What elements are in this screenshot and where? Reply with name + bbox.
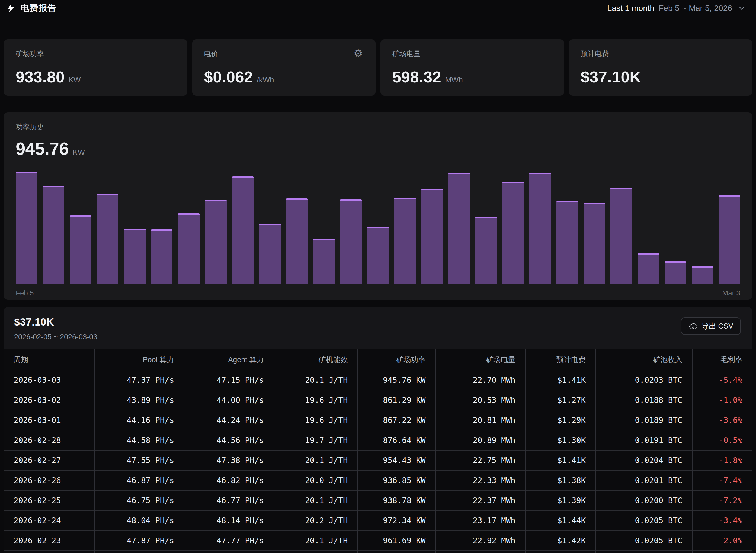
column-header: 毛利率 bbox=[692, 349, 752, 370]
stat-label: 电价 bbox=[204, 49, 364, 59]
power-bar[interactable] bbox=[367, 227, 389, 284]
value-cell bbox=[184, 551, 274, 553]
power-bar[interactable] bbox=[394, 198, 416, 284]
power-bar[interactable] bbox=[16, 172, 37, 284]
power-bar[interactable] bbox=[43, 186, 65, 284]
period-cell: 2026-02-28 bbox=[4, 430, 94, 450]
power-bar[interactable] bbox=[97, 194, 119, 284]
stat-label: 矿场功率 bbox=[16, 49, 175, 59]
column-header: 矿场电量 bbox=[436, 349, 525, 370]
power-history-bars bbox=[16, 168, 740, 284]
value-cell: 876.64 KW bbox=[358, 430, 436, 450]
value-cell: 0.0191 BTC bbox=[596, 430, 692, 450]
value-cell: 972.34 KW bbox=[358, 510, 436, 531]
value-cell: 867.22 KW bbox=[358, 410, 436, 430]
period-cell: 2026-03-03 bbox=[4, 370, 94, 390]
value-cell: 44.00 PH/s bbox=[184, 390, 274, 410]
value-cell: $1.41K bbox=[526, 370, 596, 390]
power-bar[interactable] bbox=[584, 203, 605, 284]
period-cell: 2026-02-24 bbox=[4, 510, 94, 531]
table-row: 2026-02-2546.75 PH/s46.77 PH/s20.1 J/TH9… bbox=[4, 490, 752, 510]
value-cell: 20.53 MWh bbox=[436, 390, 525, 410]
value-cell: 20.1 J/TH bbox=[274, 450, 358, 470]
value-cell: 0.0205 BTC bbox=[596, 510, 692, 531]
value-cell: 19.7 J/TH bbox=[274, 430, 358, 450]
stat-card-estimated-cost: 预计电费 $37.10K bbox=[569, 39, 752, 96]
value-cell: -7.4% bbox=[692, 470, 752, 490]
column-header: 周期 bbox=[4, 349, 94, 370]
price-settings-button[interactable]: ⚙ bbox=[352, 47, 365, 60]
value-cell: 961.69 KW bbox=[358, 531, 436, 551]
value-cell: 0.0188 BTC bbox=[596, 390, 692, 410]
stat-label: 矿场电量 bbox=[392, 49, 552, 59]
value-cell: 0.0201 BTC bbox=[596, 470, 692, 490]
power-bar[interactable] bbox=[692, 266, 713, 284]
power-bar[interactable] bbox=[205, 200, 227, 284]
value-cell: -0.5% bbox=[692, 430, 752, 450]
billing-table-card: $37.10K 2026-02-05 ~ 2026-03-03 导出 CSV 周… bbox=[4, 307, 752, 553]
value-cell: 47.38 PH/s bbox=[184, 450, 274, 470]
table-row-clipped bbox=[4, 551, 752, 553]
power-bar[interactable] bbox=[422, 189, 443, 284]
period-cell: 2026-03-02 bbox=[4, 390, 94, 410]
column-header: 矿池收入 bbox=[596, 349, 692, 370]
power-bar[interactable] bbox=[448, 173, 470, 284]
value-cell: $1.44K bbox=[526, 510, 596, 531]
power-bar[interactable] bbox=[475, 217, 497, 284]
date-range-picker[interactable]: Last 1 month Feb 5 ~ Mar 5, 2026 bbox=[607, 4, 745, 13]
value-cell bbox=[4, 551, 94, 553]
power-bar[interactable] bbox=[610, 188, 632, 284]
power-bar[interactable] bbox=[259, 224, 281, 284]
power-bar[interactable] bbox=[178, 213, 200, 284]
value-cell: 0.0203 BTC bbox=[596, 370, 692, 390]
stat-unit: /kWh bbox=[257, 76, 274, 84]
value-cell: 47.77 PH/s bbox=[184, 531, 274, 551]
table-period: 2026-02-05 ~ 2026-03-03 bbox=[14, 333, 742, 341]
value-cell: 46.87 PH/s bbox=[94, 470, 184, 490]
value-cell: 861.29 KW bbox=[358, 390, 436, 410]
value-cell bbox=[274, 551, 358, 553]
power-bar[interactable] bbox=[70, 215, 91, 284]
chart-title: 功率历史 bbox=[16, 122, 740, 132]
value-cell: 0.0189 BTC bbox=[596, 410, 692, 430]
power-bar[interactable] bbox=[340, 199, 362, 284]
power-history-card: 功率历史 945.76 KW Feb 5 Mar 3 bbox=[4, 112, 752, 300]
value-cell bbox=[94, 551, 184, 553]
period-cell: 2026-02-26 bbox=[4, 470, 94, 490]
value-cell: 44.58 PH/s bbox=[94, 430, 184, 450]
table-body: 2026-03-0347.37 PH/s47.15 PH/s20.1 J/TH9… bbox=[4, 370, 752, 553]
value-cell: 46.82 PH/s bbox=[184, 470, 274, 490]
stat-card-farm-energy: 矿场电量 598.32 MWh bbox=[380, 39, 564, 96]
value-cell bbox=[526, 551, 596, 553]
stat-value: $37.10K bbox=[581, 68, 641, 86]
value-cell: 19.6 J/TH bbox=[274, 390, 358, 410]
value-cell bbox=[358, 551, 436, 553]
power-bar[interactable] bbox=[529, 173, 551, 284]
export-csv-button[interactable]: 导出 CSV bbox=[681, 317, 741, 335]
power-bar[interactable] bbox=[719, 195, 740, 284]
period-cell: 2026-03-01 bbox=[4, 410, 94, 430]
power-bar[interactable] bbox=[665, 261, 686, 284]
power-bar[interactable] bbox=[313, 239, 335, 284]
power-bar[interactable] bbox=[503, 182, 524, 284]
power-bar[interactable] bbox=[286, 199, 308, 284]
cloud-download-icon bbox=[688, 321, 698, 331]
stat-value: $0.062 bbox=[204, 68, 253, 86]
period-cell: 2026-02-25 bbox=[4, 490, 94, 510]
stat-card-farm-power: 矿场功率 933.80 KW bbox=[4, 39, 187, 96]
power-bar[interactable] bbox=[232, 176, 254, 284]
value-cell: 22.92 MWh bbox=[436, 531, 525, 551]
power-bar[interactable] bbox=[556, 201, 578, 284]
value-cell: 22.33 MWh bbox=[436, 470, 525, 490]
value-cell: 0.0204 BTC bbox=[596, 450, 692, 470]
app-header: 电费报告 Last 1 month Feb 5 ~ Mar 5, 2026 bbox=[0, 0, 756, 16]
power-bar[interactable] bbox=[151, 229, 173, 284]
value-cell: 44.56 PH/s bbox=[184, 430, 274, 450]
gear-icon: ⚙ bbox=[354, 48, 363, 59]
value-cell: 22.70 MWh bbox=[436, 370, 525, 390]
stat-unit: KW bbox=[68, 76, 81, 84]
power-bar[interactable] bbox=[637, 253, 659, 284]
power-bar[interactable] bbox=[124, 229, 146, 284]
value-cell: -3.4% bbox=[692, 510, 752, 531]
value-cell: $1.29K bbox=[526, 410, 596, 430]
